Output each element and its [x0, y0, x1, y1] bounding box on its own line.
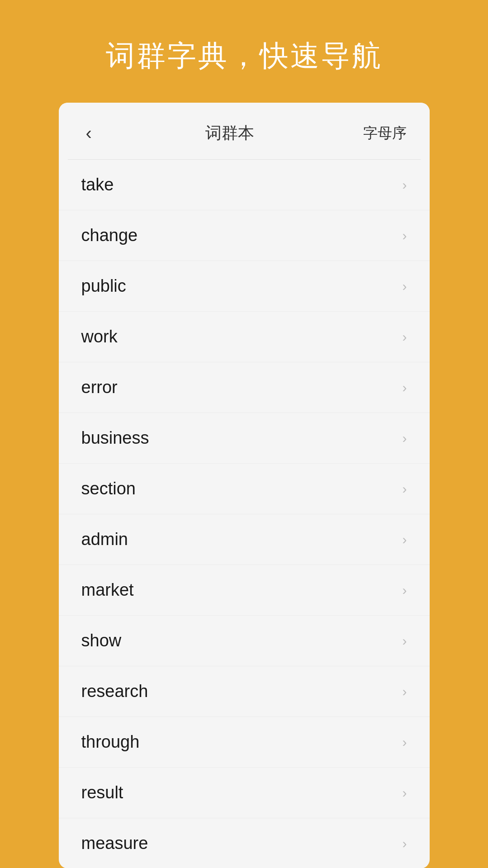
item-label: section [81, 479, 136, 498]
sort-button[interactable]: 字母序 [363, 123, 407, 143]
list-item[interactable]: result › [59, 768, 430, 818]
chevron-right-icon: › [403, 329, 407, 345]
chevron-right-icon: › [403, 380, 407, 395]
item-label: change [81, 226, 138, 245]
header-title: 词群本 [205, 122, 254, 144]
chevron-right-icon: › [403, 735, 407, 750]
card-header: ‹ 词群本 字母序 [59, 103, 430, 159]
item-label: work [81, 327, 118, 346]
chevron-right-icon: › [403, 228, 407, 243]
item-label: measure [81, 834, 148, 853]
chevron-right-icon: › [403, 279, 407, 294]
chevron-right-icon: › [403, 684, 407, 699]
list-item[interactable]: show › [59, 616, 430, 666]
page-title: 词群字典，快速导航 [106, 36, 383, 76]
list-item[interactable]: section › [59, 464, 430, 514]
list-item[interactable]: change › [59, 210, 430, 261]
list-item[interactable]: admin › [59, 514, 430, 565]
list-item[interactable]: error › [59, 362, 430, 413]
back-button[interactable]: ‹ [81, 121, 96, 146]
main-card: ‹ 词群本 字母序 take › change › public › work … [59, 103, 430, 868]
item-label: business [81, 428, 149, 448]
chevron-right-icon: › [403, 431, 407, 446]
chevron-right-icon: › [403, 785, 407, 801]
list-item[interactable]: take › [59, 160, 430, 210]
chevron-right-icon: › [403, 481, 407, 497]
item-label: admin [81, 530, 128, 549]
chevron-right-icon: › [403, 177, 407, 193]
item-label: research [81, 682, 148, 701]
item-label: result [81, 783, 123, 802]
list-item[interactable]: business › [59, 413, 430, 464]
list-item[interactable]: market › [59, 565, 430, 616]
chevron-right-icon: › [403, 583, 407, 598]
word-list: take › change › public › work › error › … [59, 160, 430, 868]
item-label: show [81, 631, 122, 650]
item-label: public [81, 276, 126, 296]
list-item[interactable]: research › [59, 666, 430, 717]
item-label: through [81, 732, 140, 752]
chevron-right-icon: › [403, 836, 407, 851]
list-item[interactable]: measure › [59, 818, 430, 868]
list-item[interactable]: through › [59, 717, 430, 768]
item-label: error [81, 378, 118, 397]
list-item[interactable]: public › [59, 261, 430, 312]
item-label: market [81, 580, 134, 600]
chevron-right-icon: › [403, 532, 407, 547]
list-item[interactable]: work › [59, 312, 430, 362]
item-label: take [81, 175, 114, 194]
chevron-right-icon: › [403, 633, 407, 649]
